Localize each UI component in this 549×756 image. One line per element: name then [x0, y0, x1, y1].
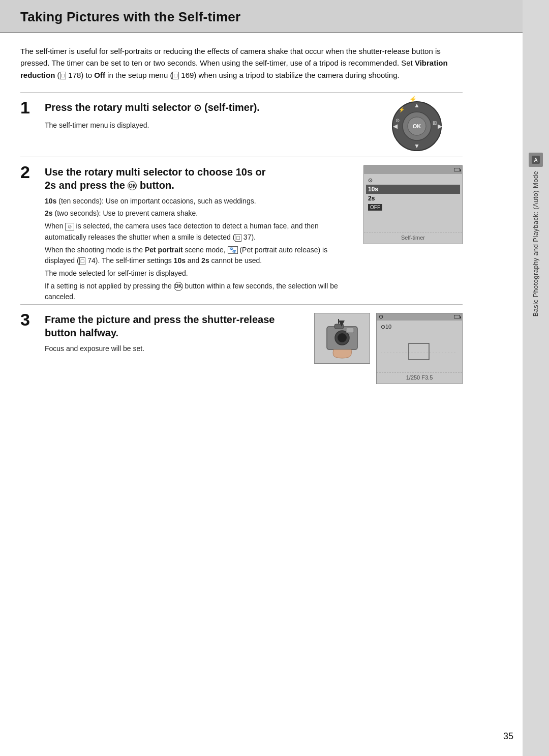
step-3-number: 3 — [20, 311, 45, 328]
step-2-number: 2 — [20, 163, 45, 181]
screen-body: ⊙10 — [377, 321, 462, 377]
step-3-title: Frame the picture and press the shutter-… — [45, 313, 304, 339]
svg-text:⚡: ⚡ — [399, 106, 405, 113]
intro-text2: ( — [55, 71, 59, 79]
menu-bottom-label: Self-timer — [364, 232, 462, 241]
svg-text:OK: OK — [413, 123, 421, 129]
intro-ref1: 178) to — [66, 71, 94, 79]
battery-icon — [454, 168, 460, 171]
intro-ref2: 169) when using a tripod to stabilize th… — [179, 71, 400, 79]
step-1-number: 1 — [20, 99, 45, 116]
step-1-section: 1 Press the rotary multi selector ⊙ (sel… — [20, 92, 463, 157]
menu-header-row: ⊙ — [368, 176, 458, 185]
step-2-detail-4: When the shooting mode is the Pet portra… — [45, 245, 355, 267]
camera-dial-diagram: ⚡ OK ▲ ▼ ◀ — [361, 96, 463, 157]
step-3-images: ⊙ ⊙10 1 — [314, 313, 463, 384]
ref-icon-4: □ — [79, 257, 86, 265]
step-2-details: 10s (ten seconds): Use on important occa… — [45, 196, 355, 303]
step-3-subtitle: Focus and exposure will be set. — [45, 343, 304, 355]
intro-text1: The self-timer is useful for self-portra… — [20, 47, 441, 67]
hand-camera-image — [314, 313, 370, 364]
camera-screen-image: ⊙ ⊙10 1 — [376, 313, 463, 384]
svg-point-13 — [338, 333, 347, 342]
sidebar-icon-svg: A — [530, 154, 541, 165]
camera-dial-svg: OK ▲ ▼ ◀ ▶ ⊙ ⚡ ⊞ — [389, 98, 445, 154]
menu-item-10s: 10s — [366, 185, 460, 194]
step-1-text-area: 1 Press the rotary multi selector ⊙ (sel… — [20, 101, 351, 133]
page-header: Taking Pictures with the Self-timer — [0, 0, 549, 33]
sidebar: A Basic Photography and Playback: (Auto)… — [523, 0, 549, 756]
step-2-layout: 2 Use the rotary multi selector to choos… — [20, 165, 463, 304]
sidebar-text: Basic Photography and Playback: (Auto) M… — [531, 171, 540, 316]
menu-item-off: OFF — [368, 203, 458, 212]
ok-button-icon-2: OK — [174, 282, 183, 291]
page-number: 35 — [503, 731, 513, 742]
step-1-title: Press the rotary multi selector ⊙ (self-… — [45, 101, 351, 114]
svg-text:◀: ◀ — [393, 123, 398, 130]
screen-battery — [454, 315, 460, 318]
self-timer-menu-image: ⊙ 10s 2s OFF Self-timer — [363, 165, 463, 244]
step-2-detail-1: 10s (ten seconds): Use on important occa… — [45, 196, 355, 207]
screen-scene-svg — [381, 332, 457, 373]
menu-10s-label: 10s — [368, 186, 378, 193]
screen-timer-icon: ⊙ — [379, 313, 383, 320]
menu-2s-label: 2s — [368, 195, 375, 202]
page-title: Taking Pictures with the Self-timer — [20, 9, 529, 25]
menu-top-bar — [364, 166, 462, 174]
svg-rect-15 — [346, 328, 354, 333]
svg-text:A: A — [534, 157, 538, 163]
page-container: Taking Pictures with the Self-timer The … — [0, 0, 549, 756]
timer-menu-icon: ⊙ — [368, 177, 373, 184]
svg-text:⊞: ⊞ — [433, 120, 437, 126]
intro-text3: in the setup menu ( — [105, 71, 173, 79]
step-2-detail-2: 2s (two seconds): Use to prevent camera … — [45, 208, 355, 219]
ref-icon-2: □ — [172, 72, 179, 79]
screen-timer-label: ⊙10 — [381, 324, 458, 330]
step-1-subtitle: The self-timer menu is displayed. — [45, 120, 351, 131]
ref-icon-1: □ — [60, 72, 67, 79]
step-2-detail-3: When ☺ is selected, the camera uses face… — [45, 221, 355, 243]
intro-paragraph: The self-timer is useful for self-portra… — [20, 45, 463, 81]
main-content: The self-timer is useful for self-portra… — [0, 33, 483, 404]
ref-icon-3: □ — [235, 234, 241, 242]
camera-dial-wrapper: OK ▲ ▼ ◀ ▶ ⊙ ⚡ ⊞ — [389, 98, 445, 156]
svg-text:▼: ▼ — [414, 142, 420, 150]
step-3-header: 3 Frame the picture and press the shutte… — [20, 313, 304, 339]
sidebar-mode-icon: A — [529, 153, 543, 167]
screen-bottom-label: 1/250 F3.5 — [377, 372, 462, 381]
step-2-detail-6: If a setting is not applied by pressing … — [45, 281, 355, 303]
pet-icon: 🐾 — [228, 246, 238, 254]
step-2-section: 2 Use the rotary multi selector to choos… — [20, 157, 463, 304]
step-3-header-row: 3 Frame the picture and press the shutte… — [20, 313, 463, 384]
hand-camera-svg — [319, 316, 365, 360]
menu-item-2s: 2s — [368, 194, 458, 203]
svg-text:⊙: ⊙ — [395, 118, 400, 123]
step-3-section: 3 Frame the picture and press the shutte… — [20, 304, 463, 384]
menu-body: ⊙ 10s 2s OFF — [364, 174, 462, 214]
svg-text:▲: ▲ — [414, 102, 420, 109]
svg-rect-18 — [409, 343, 429, 360]
off-box-label: OFF — [368, 204, 382, 211]
face-detect-icon: ☺ — [65, 223, 74, 230]
step-2-detail-5: The mode selected for self-timer is disp… — [45, 268, 355, 279]
step-1-header: 1 Press the rotary multi selector ⊙ (sel… — [20, 101, 351, 116]
step-2-header: 2 Use the rotary multi selector to choos… — [20, 165, 355, 192]
step-2-title: Use the rotary multi selector to choose … — [45, 165, 355, 192]
step-3-text-area: 3 Frame the picture and press the shutte… — [20, 313, 304, 356]
step-1-content-row: 1 Press the rotary multi selector ⊙ (sel… — [20, 101, 463, 157]
off-label: Off — [94, 71, 105, 79]
screen-top-bar: ⊙ — [377, 313, 462, 321]
step-2-text-area: 2 Use the rotary multi selector to choos… — [20, 165, 355, 304]
svg-text:▶: ▶ — [438, 123, 443, 130]
svg-rect-14 — [334, 324, 344, 329]
ok-button-icon: OK — [128, 181, 137, 190]
